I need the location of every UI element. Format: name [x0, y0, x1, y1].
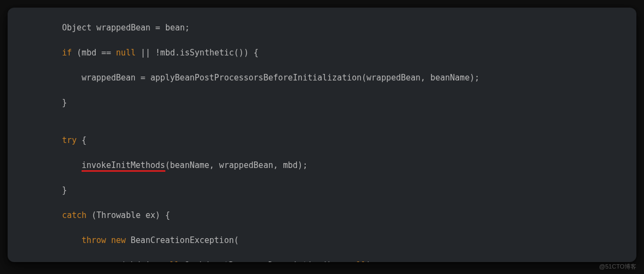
code-line: (mbd != null ? mbd.getResourceDescriptio… [29, 259, 615, 262]
code-line: throw new BeanCreationException( [29, 234, 615, 247]
code-line: Object wrappedBean = bean; [29, 22, 615, 34]
watermark-label: @51CTO博客 [599, 263, 636, 271]
code-block: Object wrappedBean = bean; if (mbd == nu… [8, 8, 636, 262]
code-content: Object wrappedBean = bean; if (mbd == nu… [29, 22, 615, 262]
code-line: invokeInitMethods(beanName, wrappedBean,… [29, 159, 615, 172]
code-line: try { [29, 134, 615, 147]
code-line: } [29, 184, 615, 197]
code-line: if (mbd == null || !mbd.isSynthetic()) { [29, 47, 615, 59]
code-line: } [29, 97, 615, 109]
code-line: wrappedBean = applyBeanPostProcessorsBef… [29, 72, 615, 84]
underlined-invokeInitMethods: invokeInitMethods [82, 162, 165, 172]
code-line: catch (Throwable ex) { [29, 209, 615, 222]
